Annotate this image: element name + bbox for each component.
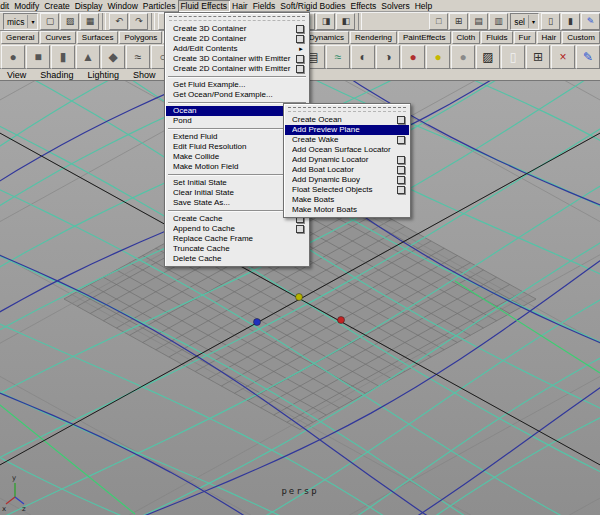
- menubar-item[interactable]: Edit: [0, 0, 12, 12]
- selection-mask-selector[interactable]: sel ▾: [510, 13, 539, 30]
- option-box-icon[interactable]: [397, 166, 405, 174]
- shelf-shaded-sphere-icon[interactable]: ◐: [351, 45, 375, 69]
- menu-item[interactable]: Truncate Cache ►: [166, 244, 308, 254]
- menu-item[interactable]: Create Wake ►: [285, 135, 409, 145]
- menu-item[interactable]: Add Dynamic Buoy ►: [285, 175, 409, 185]
- menubar-item[interactable]: Modify: [12, 0, 42, 12]
- open-scene-icon[interactable]: ▨: [60, 13, 79, 30]
- panel-menu-item[interactable]: Show: [126, 69, 163, 81]
- menu-item[interactable]: Add Preview Plane ►: [285, 125, 409, 135]
- menu-item[interactable]: Add Dynamic Locator ►: [285, 155, 409, 165]
- option-box-icon[interactable]: [296, 55, 304, 63]
- menu-item[interactable]: Float Selected Objects ►: [285, 185, 409, 195]
- menubar-item[interactable]: Display: [72, 0, 105, 12]
- menubar-item[interactable]: Create: [42, 0, 73, 12]
- layout-single-pane-icon[interactable]: □: [429, 13, 448, 30]
- panel-menu-item[interactable]: Lighting: [80, 69, 126, 81]
- panel-menu-item[interactable]: Shading: [33, 69, 80, 81]
- menu-item[interactable]: Create 2D Container with Emitter ►: [166, 64, 308, 74]
- shelf-brush-icon[interactable]: ✎: [576, 45, 600, 69]
- panel-menu-item[interactable]: View: [0, 69, 33, 81]
- menubar-item[interactable]: Hair: [230, 0, 251, 12]
- option-box-icon[interactable]: [296, 65, 304, 73]
- shelf-grid-icon[interactable]: ⊞: [526, 45, 550, 69]
- undo-icon[interactable]: ↶: [109, 13, 128, 30]
- attribute-editor-icon[interactable]: ▯: [541, 13, 560, 30]
- menubar-item[interactable]: Particles: [140, 0, 178, 12]
- option-box-icon[interactable]: [397, 156, 405, 164]
- shelf-red-swatch-icon[interactable]: ●: [401, 45, 425, 69]
- shelf-tab[interactable]: Fur: [514, 31, 536, 44]
- shelf-shaded-sphere2-icon[interactable]: ◑: [376, 45, 400, 69]
- shelf-gray-swatch-icon[interactable]: ●: [451, 45, 475, 69]
- menubar-item[interactable]: Help: [412, 0, 434, 12]
- red-cv-marker[interactable]: [338, 317, 345, 324]
- shelf-tab[interactable]: Cloth: [452, 31, 481, 44]
- menubar-item[interactable]: Soft/Rigid Bodies: [278, 0, 348, 12]
- menubar-item[interactable]: Window: [105, 0, 140, 12]
- shelf-yellow-swatch-icon[interactable]: ●: [426, 45, 450, 69]
- yellow-cv-marker[interactable]: [296, 294, 303, 301]
- blue-cv-marker[interactable]: [254, 319, 261, 326]
- menu-item[interactable]: Add Ocean Surface Locator ►: [285, 145, 409, 155]
- menu-tearoff-handle[interactable]: [169, 16, 305, 21]
- menu-item[interactable]: Make Motor Boats ►: [285, 205, 409, 215]
- hypershade-icon[interactable]: ▤: [469, 13, 488, 30]
- shelf-page-icon[interactable]: ▯: [501, 45, 525, 69]
- shelf-tab[interactable]: General: [1, 31, 39, 44]
- menu-item[interactable]: Create 3D Container ►: [166, 24, 308, 34]
- shelf-tab[interactable]: Dynamics: [304, 31, 349, 44]
- menu-item[interactable]: Make Boats ►: [285, 195, 409, 205]
- ipr-render-icon[interactable]: ◨: [316, 13, 335, 30]
- option-box-icon[interactable]: [296, 225, 304, 233]
- option-box-icon[interactable]: [296, 35, 304, 43]
- shelf-sphere-icon[interactable]: ●: [1, 45, 25, 69]
- save-scene-icon[interactable]: ▦: [80, 13, 99, 30]
- shelf-tab[interactable]: Fluids: [481, 31, 512, 44]
- shelf-cone-icon[interactable]: ▲: [76, 45, 100, 69]
- status-button[interactable]: [102, 13, 106, 30]
- menu-item[interactable]: Append to Cache ►: [166, 224, 308, 234]
- paint-brush-icon[interactable]: ✎: [581, 13, 600, 30]
- shelf-clapperboard-icon[interactable]: ▨: [476, 45, 500, 69]
- outliner-icon[interactable]: ▥: [489, 13, 508, 30]
- shelf-curve-icon[interactable]: ≈: [126, 45, 150, 69]
- menubar-item[interactable]: Fields: [250, 0, 278, 12]
- menu-item[interactable]: Replace Cache Frame ►: [166, 234, 308, 244]
- menu-item[interactable]: Add/Edit Contents ►: [166, 44, 308, 54]
- render-settings-icon[interactable]: ◧: [336, 13, 355, 30]
- menu-item[interactable]: Create Ocean ►: [285, 115, 409, 125]
- menubar-item[interactable]: Fluid Effects: [178, 0, 230, 12]
- menu-item[interactable]: Create 3D Container with Emitter ►: [166, 54, 308, 64]
- shelf-tab[interactable]: Hair: [537, 31, 562, 44]
- shelf-tab[interactable]: Custom: [562, 31, 600, 44]
- shelf-cube-icon[interactable]: ■: [26, 45, 50, 69]
- status-button[interactable]: [151, 13, 155, 30]
- option-box-icon[interactable]: [397, 176, 405, 184]
- option-box-icon[interactable]: [397, 116, 405, 124]
- redo-icon[interactable]: ↷: [129, 13, 148, 30]
- menu-item[interactable]: Get Ocean/Pond Example... ►: [166, 90, 308, 100]
- layout-four-pane-icon[interactable]: ⊞: [449, 13, 468, 30]
- channel-box-icon[interactable]: ▮: [561, 13, 580, 30]
- menu-item[interactable]: ►: [168, 76, 306, 78]
- menu-item[interactable]: Delete Cache ►: [166, 254, 308, 264]
- shelf-tab[interactable]: Curves: [40, 31, 75, 44]
- shelf-delete-icon[interactable]: ×: [551, 45, 575, 69]
- menu-tearoff-handle[interactable]: [288, 107, 406, 112]
- menu-set-selector[interactable]: mics ▾: [3, 13, 38, 30]
- option-box-icon[interactable]: [397, 136, 405, 144]
- shelf-tab[interactable]: PaintEffects: [398, 31, 451, 44]
- menu-item[interactable]: Add Boat Locator ►: [285, 165, 409, 175]
- option-box-icon[interactable]: [397, 186, 405, 194]
- menubar-item[interactable]: Solvers: [379, 0, 412, 12]
- option-box-icon[interactable]: [296, 25, 304, 33]
- shelf-tab[interactable]: Rendering: [350, 31, 397, 44]
- shelf-tab[interactable]: Polygons: [119, 31, 162, 44]
- menu-item[interactable]: Create 2D Container ►: [166, 34, 308, 44]
- new-scene-icon[interactable]: ▢: [40, 13, 59, 30]
- menubar-item[interactable]: Effects: [348, 0, 379, 12]
- menu-item[interactable]: Get Fluid Example... ►: [166, 80, 308, 90]
- shelf-cylinder-icon[interactable]: ▮: [51, 45, 75, 69]
- shelf-ocean-icon[interactable]: ≈: [326, 45, 350, 69]
